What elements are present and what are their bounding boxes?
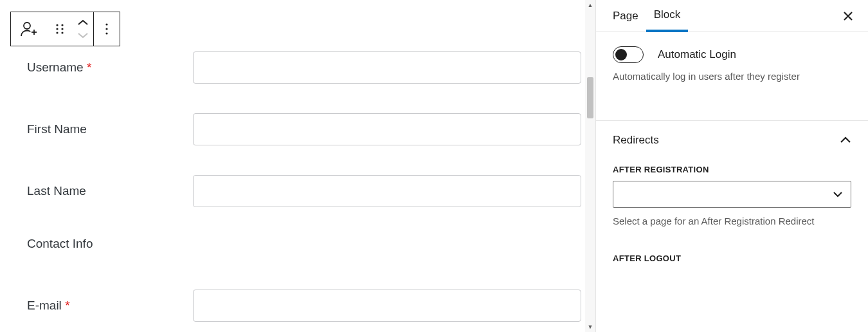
section-heading: Contact Info [10,237,93,251]
svg-point-8 [61,32,63,33]
more-options-button[interactable] [94,12,120,46]
after-registration-section: After Registration Select a page for an … [596,160,868,234]
move-down-button[interactable] [73,29,93,42]
label-text: First Name [27,122,87,136]
scroll-down-arrow[interactable]: ▼ [585,322,595,332]
chevron-down-icon [833,191,843,198]
drag-handle-button[interactable] [47,12,73,46]
svg-point-3 [56,24,58,26]
move-buttons [73,16,93,42]
after-logout-section: After Logout [596,234,868,276]
field-row-first-name: First Name [10,113,581,145]
label-text: E-mail [27,299,62,312]
field-row-email: E-mail * [10,290,581,322]
field-label: First Name [10,122,193,136]
chevron-up-icon [77,19,89,26]
after-registration-select[interactable] [613,181,851,208]
required-asterisk: * [65,299,69,312]
scroll-up-arrow[interactable]: ▲ [585,0,595,10]
more-vertical-icon [105,23,109,35]
svg-point-7 [56,32,58,33]
field-label: E-mail * [10,299,193,313]
field-row-username: Username * [10,51,581,84]
svg-point-0 [24,23,30,29]
last-name-input[interactable] [193,175,581,207]
tab-page[interactable]: Page [605,0,646,32]
first-name-input[interactable] [193,113,581,145]
help-text: Select a page for an After Registration … [613,214,851,228]
drag-dots-icon [55,23,65,35]
required-asterisk: * [87,60,91,74]
field-row-last-name: Last Name [10,175,581,207]
inspector-tabs: Page Block [596,0,868,32]
label-text: Last Name [27,184,86,198]
panel-redirects-header[interactable]: Redirects [596,121,868,160]
section-caption: After Logout [613,254,851,263]
close-icon [842,10,854,22]
editor-canvas: Username * First Name Last Name Contact … [0,0,592,332]
field-label: Username * [10,60,193,75]
field-label: Last Name [10,184,193,198]
move-up-button[interactable] [73,16,93,29]
tab-block[interactable]: Block [646,0,689,32]
svg-point-10 [105,28,107,30]
block-toolbar [10,12,120,46]
svg-point-11 [105,32,107,34]
close-inspector-button[interactable] [837,5,859,27]
panel-title: Redirects [613,134,659,147]
svg-point-9 [105,23,107,25]
block-type-button[interactable] [11,12,47,46]
toggle-label: Automatic Login [658,48,736,61]
form-fields: Username * First Name Last Name Contact … [10,51,581,332]
email-input[interactable] [193,290,581,322]
user-add-icon [19,21,39,37]
svg-point-5 [56,28,58,30]
panel-automatic-login: Automatic Login Automatically log in use… [596,32,868,89]
svg-point-6 [61,28,63,30]
help-text: Automatically log in users after they re… [613,69,851,83]
editor-scrollbar[interactable]: ▲ ▼ [585,0,595,332]
svg-point-4 [61,24,63,26]
chevron-down-icon [77,32,89,39]
username-input[interactable] [193,51,581,84]
chevron-up-icon [840,136,851,144]
toggle-knob [615,49,627,60]
field-row-contact-info: Contact Info [10,237,581,251]
section-caption: After Registration [613,165,851,174]
automatic-login-toggle[interactable] [613,46,644,63]
scrollbar-thumb[interactable] [587,77,593,118]
label-text: Username [27,60,84,74]
inspector-panel: Page Block Automatic Login Automatically… [595,0,868,332]
